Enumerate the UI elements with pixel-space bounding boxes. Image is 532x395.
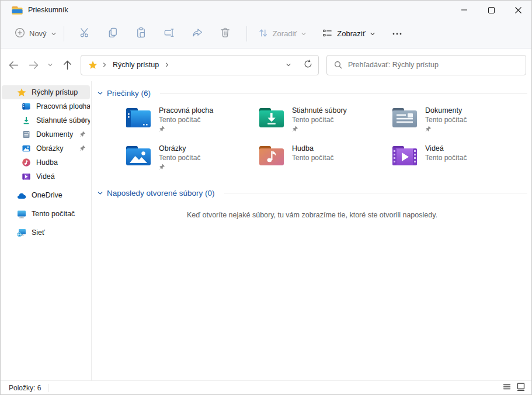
folder-tile-downloads[interactable]: Stiahnuté súbory Tento počítač [258,106,391,140]
pin-icon [79,131,86,137]
recent-files-section-title: Naposledy otvorené súbory (0) [107,189,215,198]
copy-button[interactable] [99,26,127,41]
folder-location: Tento počítač [159,116,213,124]
pin-icon [425,126,432,132]
cut-button[interactable] [71,26,99,41]
file-explorer-window: Prieskumník Nový Zoradiť Zobraziť [0,0,532,395]
music-icon [22,158,31,167]
refresh-button[interactable] [304,60,312,70]
folder-icon-videos [391,144,418,167]
new-button[interactable]: Nový [15,27,57,40]
address-bar[interactable]: Rýchly prístup [81,55,319,75]
view-layout-icon [322,27,333,40]
folder-icon-music [258,144,285,167]
toolbar-separator [64,26,64,41]
folder-tile-documents[interactable]: Dokumenty Tento počítač [391,106,524,140]
folder-name: Obrázky [159,144,200,153]
status-bar: Položky: 6 [1,380,531,394]
maximize-button[interactable] [478,1,505,19]
sidebar-item-music[interactable]: Hudba [2,155,90,169]
folder-location: Tento počítač [425,154,467,162]
ellipsis-icon [392,29,402,39]
quick-access-star-icon [88,60,98,70]
up-button[interactable] [60,60,74,70]
desktop-icon [22,102,31,111]
minimize-button[interactable] [451,1,478,19]
sidebar-item-label: Tento počítač [32,210,90,218]
section-rule [224,193,527,193]
chevron-right-icon [102,62,107,68]
chevron-right-icon[interactable] [164,62,170,68]
sidebar-item-documents[interactable]: Dokumenty [2,127,90,141]
navigation-bar: Rýchly prístup [1,48,531,81]
folder-icon-downloads [258,106,285,129]
folder-icon-pictures [125,144,152,167]
address-dropdown-icon[interactable] [286,62,291,68]
more-options-button[interactable] [392,29,402,39]
main-pane: Priečinky (6) Pracovná plocha Tento počí… [92,81,531,380]
sidebar-item-downloads[interactable]: Stiahnuté súbory [2,113,90,127]
folder-location: Tento počítač [159,154,200,162]
folder-name: Stiahnuté súbory [292,106,347,115]
forward-button[interactable] [26,61,40,70]
sort-button-label: Zoradiť [273,29,297,38]
sidebar-item-label: Videá [36,172,90,181]
video-icon [22,172,31,181]
recent-files-empty-message: Keď otvoríte nejaké súbory, tu vám zobra… [97,211,527,219]
search-box[interactable] [326,55,526,75]
paste-icon [135,26,147,41]
pin-icon [79,145,86,151]
large-icons-view-button[interactable] [516,382,526,393]
command-toolbar: Nový Zoradiť Zobraziť [1,19,531,48]
close-button[interactable] [505,1,531,19]
folder-tile-videos[interactable]: Videá Tento počítač [391,144,524,178]
download-icon [22,116,31,125]
pin-icon [292,126,298,132]
navigation-pane: Rýchly prístup Pracovná plocha Stiahnuté… [1,81,92,380]
folders-section-title: Priečinky (6) [107,89,151,98]
delete-button[interactable] [211,26,239,41]
folder-location: Tento počítač [425,116,467,124]
sidebar-item-videos[interactable]: Videá [2,169,90,183]
scissors-icon [79,26,91,41]
search-input[interactable] [348,61,520,69]
copy-icon [107,26,119,41]
rename-button[interactable] [155,26,183,41]
view-button[interactable]: Zobraziť [322,27,375,40]
toolbar-separator [246,26,247,41]
collapse-chevron-icon [97,90,103,96]
breadcrumb-root[interactable]: Rýchly prístup [113,61,159,69]
sidebar-item-quick-access[interactable]: Rýchly prístup [2,85,90,99]
sidebar-item-pictures[interactable]: Obrázky [2,141,90,155]
window-title: Prieskumník [28,6,68,14]
sort-button[interactable]: Zoradiť [258,27,307,40]
chevron-down-icon [370,31,375,37]
folder-tile-music[interactable]: Hudba Tento počítač [258,144,391,178]
folders-section-header[interactable]: Priečinky (6) [97,88,527,98]
recent-files-section-header[interactable]: Naposledy otvorené súbory (0) [97,188,527,198]
pin-icon [159,126,165,132]
share-icon [191,26,203,41]
search-icon [334,61,342,69]
recent-locations-button[interactable] [46,62,54,68]
share-button[interactable] [183,26,211,41]
sidebar-item-onedrive[interactable]: OneDrive [2,188,90,202]
sidebar-item-network[interactable]: Sieť [2,226,90,240]
folder-icon-desktop [125,106,152,129]
sidebar-item-label: Hudba [36,158,90,167]
picture-icon [22,144,31,153]
sidebar-item-desktop[interactable]: Pracovná plocha [2,99,90,113]
folder-name: Pracovná plocha [159,106,213,115]
sidebar-item-this-pc[interactable]: Tento počítač [2,207,90,221]
onedrive-cloud-icon [17,192,26,199]
folder-tile-pictures[interactable]: Obrázky Tento počítač [125,144,258,178]
back-button[interactable] [6,61,20,70]
pin-icon [79,117,86,123]
folder-tile-desktop[interactable]: Pracovná plocha Tento počítač [125,106,258,140]
paste-button[interactable] [127,26,155,41]
view-button-label: Zobraziť [337,29,365,38]
details-view-button[interactable] [502,382,512,393]
chevron-down-icon [51,31,57,37]
rename-icon [163,26,175,41]
folder-name: Videá [425,144,467,153]
